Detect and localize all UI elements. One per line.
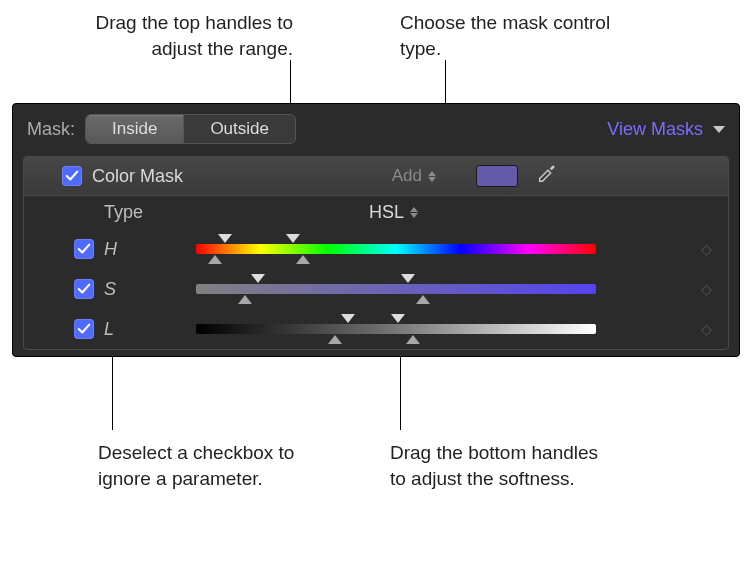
range-handle-top[interactable] — [401, 274, 415, 283]
h-label: H — [104, 239, 126, 260]
annotation-range: Drag the top handles to adjust the range… — [73, 10, 293, 61]
h-slider[interactable] — [196, 235, 596, 263]
color-swatch[interactable] — [476, 165, 518, 187]
stepper-icon — [410, 207, 418, 218]
softness-handle-bottom[interactable] — [296, 255, 310, 264]
softness-handle-bottom[interactable] — [328, 335, 342, 344]
type-row: Type HSL — [24, 196, 728, 229]
color-mask-header-row: Color Mask Add — [24, 157, 728, 196]
panel-top-bar: Mask: Inside Outside View Masks — [13, 104, 739, 152]
keyframe-diamond-icon[interactable]: ◇ — [701, 281, 712, 297]
range-handle-top[interactable] — [251, 274, 265, 283]
mask-side-segmented: Inside Outside — [85, 114, 296, 144]
annotation-mask-type: Choose the mask control type. — [400, 10, 620, 61]
annotation-softness: Drag the bottom handles to adjust the so… — [390, 440, 610, 491]
lead-line — [400, 345, 401, 430]
add-label: Add — [392, 166, 422, 186]
softness-handle-bottom[interactable] — [416, 295, 430, 304]
s-label: S — [104, 279, 126, 300]
eyedropper-button[interactable] — [536, 163, 558, 189]
chevron-down-icon — [713, 126, 725, 133]
keyframe-diamond-icon[interactable]: ◇ — [701, 321, 712, 337]
check-icon — [77, 322, 91, 336]
l-row: L ◇ — [24, 309, 728, 349]
annotation-deselect: Deselect a checkbox to ignore a paramete… — [98, 440, 308, 491]
view-masks-dropdown[interactable]: View Masks — [607, 119, 725, 140]
range-handle-top[interactable] — [391, 314, 405, 323]
h-track — [196, 244, 596, 254]
softness-handle-bottom[interactable] — [238, 295, 252, 304]
range-handle-top[interactable] — [218, 234, 232, 243]
color-mask-checkbox[interactable] — [62, 166, 82, 186]
h-row: H ◇ — [24, 229, 728, 269]
type-value-text: HSL — [369, 202, 404, 223]
view-masks-label: View Masks — [607, 119, 703, 140]
s-track — [196, 284, 596, 294]
inner-box: Color Mask Add Type HSL — [23, 156, 729, 350]
mask-label: Mask: — [27, 119, 75, 140]
s-slider[interactable] — [196, 275, 596, 303]
range-handle-top[interactable] — [286, 234, 300, 243]
type-dropdown[interactable]: HSL — [369, 202, 418, 223]
h-checkbox[interactable] — [74, 239, 94, 259]
check-icon — [77, 282, 91, 296]
mask-panel: Mask: Inside Outside View Masks Color Ma… — [12, 103, 740, 357]
seg-inside-button[interactable]: Inside — [86, 115, 183, 143]
range-handle-top[interactable] — [341, 314, 355, 323]
eyedropper-icon — [536, 163, 558, 185]
softness-handle-bottom[interactable] — [208, 255, 222, 264]
color-mask-title: Color Mask — [92, 166, 183, 187]
check-icon — [77, 242, 91, 256]
l-track — [196, 324, 596, 334]
l-slider[interactable] — [196, 315, 596, 343]
keyframe-diamond-icon[interactable]: ◇ — [701, 241, 712, 257]
s-checkbox[interactable] — [74, 279, 94, 299]
check-icon — [65, 169, 79, 183]
softness-handle-bottom[interactable] — [406, 335, 420, 344]
stepper-icon — [428, 171, 436, 182]
l-label: L — [104, 319, 126, 340]
seg-outside-button[interactable]: Outside — [183, 115, 295, 143]
s-row: S ◇ — [24, 269, 728, 309]
l-checkbox[interactable] — [74, 319, 94, 339]
type-row-label: Type — [104, 202, 164, 223]
add-dropdown[interactable]: Add — [392, 166, 436, 186]
